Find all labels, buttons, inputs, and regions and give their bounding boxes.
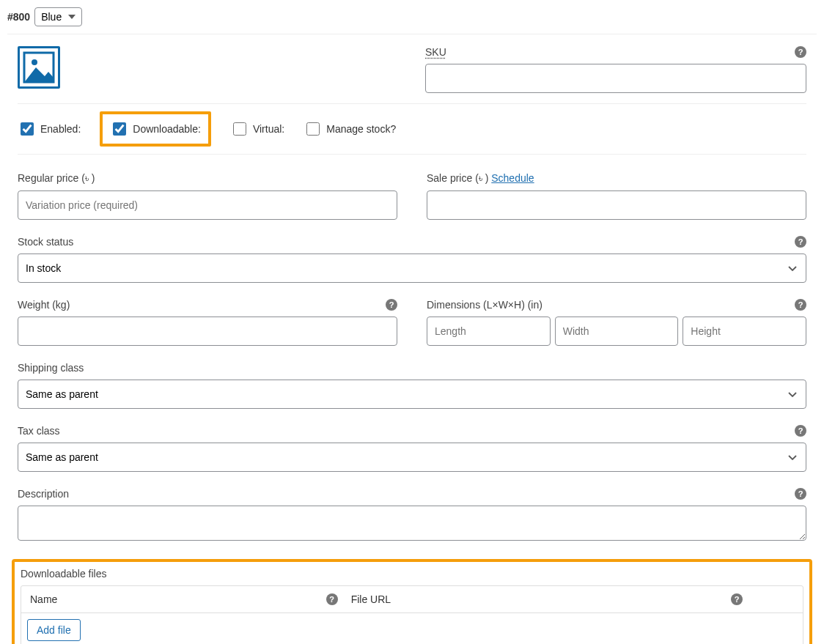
sku-input[interactable] [425, 64, 806, 93]
help-icon[interactable]: ? [795, 46, 806, 58]
downloadable-label: Downloadable: [133, 123, 201, 135]
tax-class-label: Tax class [18, 425, 806, 437]
virtual-label: Virtual: [253, 123, 284, 135]
length-input[interactable] [427, 317, 551, 346]
stock-status-select[interactable]: In stock [18, 253, 806, 283]
width-input[interactable] [555, 317, 679, 346]
downloadable-files-label: Downloadable files [21, 568, 803, 580]
help-icon[interactable]: ? [795, 236, 806, 248]
downloadable-checkbox[interactable] [113, 122, 126, 136]
downloadable-files-table: Name ? File URL ? Add file [21, 585, 803, 644]
stock-status-label: Stock status [18, 236, 806, 248]
sale-price-label: Sale price (৳ ) Schedule [427, 172, 806, 185]
dimensions-label: Dimensions (L×W×H) (in) [427, 299, 806, 311]
weight-label: Weight (kg) [18, 299, 397, 311]
options-row: Enabled: Downloadable: Virtual: Manage s… [18, 103, 806, 155]
regular-price-label: Regular price (৳ ) [18, 172, 397, 185]
table-header-url: File URL [351, 593, 391, 605]
manage-stock-label: Manage stock? [326, 123, 396, 135]
description-label: Description [18, 488, 806, 500]
variation-header: #800 Blue [7, 7, 817, 34]
enabled-option[interactable]: Enabled: [18, 120, 81, 138]
table-header-name: Name [30, 593, 57, 605]
manage-stock-option[interactable]: Manage stock? [304, 120, 396, 138]
variation-id: #800 [7, 11, 30, 23]
downloadable-option[interactable]: Downloadable: [100, 111, 211, 147]
tax-class-select[interactable]: Same as parent [18, 443, 806, 472]
help-icon[interactable]: ? [731, 593, 743, 605]
enabled-checkbox[interactable] [21, 122, 34, 136]
regular-price-input[interactable] [18, 190, 397, 220]
schedule-link[interactable]: Schedule [491, 172, 534, 184]
shipping-class-select[interactable]: Same as parent [18, 380, 806, 409]
image-icon [23, 51, 55, 84]
shipping-class-label: Shipping class [18, 362, 806, 374]
virtual-checkbox[interactable] [233, 122, 246, 136]
help-icon[interactable]: ? [795, 425, 806, 437]
svg-point-1 [32, 59, 37, 65]
description-textarea[interactable] [18, 506, 806, 541]
sku-label: SKU [425, 46, 806, 58]
manage-stock-checkbox[interactable] [306, 122, 320, 136]
image-upload-placeholder[interactable] [18, 46, 60, 89]
help-icon[interactable]: ? [326, 593, 338, 605]
add-file-button[interactable]: Add file [27, 619, 81, 641]
downloadable-section: Downloadable files Name ? File URL ? Add… [12, 559, 812, 644]
help-icon[interactable]: ? [795, 299, 806, 311]
weight-input[interactable] [18, 317, 397, 346]
sale-price-input[interactable] [427, 190, 806, 220]
height-input[interactable] [683, 317, 806, 346]
variant-select[interactable]: Blue [34, 7, 82, 26]
virtual-option[interactable]: Virtual: [230, 120, 284, 138]
help-icon[interactable]: ? [386, 299, 397, 311]
enabled-label: Enabled: [40, 123, 81, 135]
help-icon[interactable]: ? [795, 488, 806, 500]
